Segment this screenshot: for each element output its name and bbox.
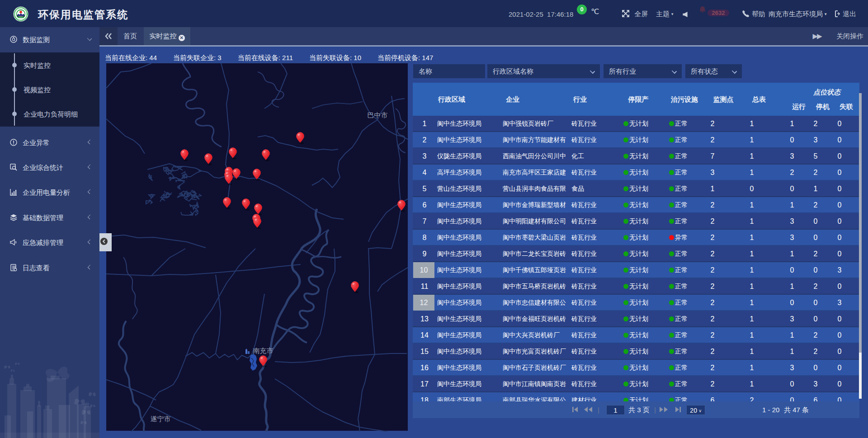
svg-text:遂宁市: 遂宁市 (151, 415, 171, 423)
svg-text:南充市: 南充市 (253, 347, 274, 354)
svg-text:巴中市: 巴中市 (368, 111, 388, 119)
